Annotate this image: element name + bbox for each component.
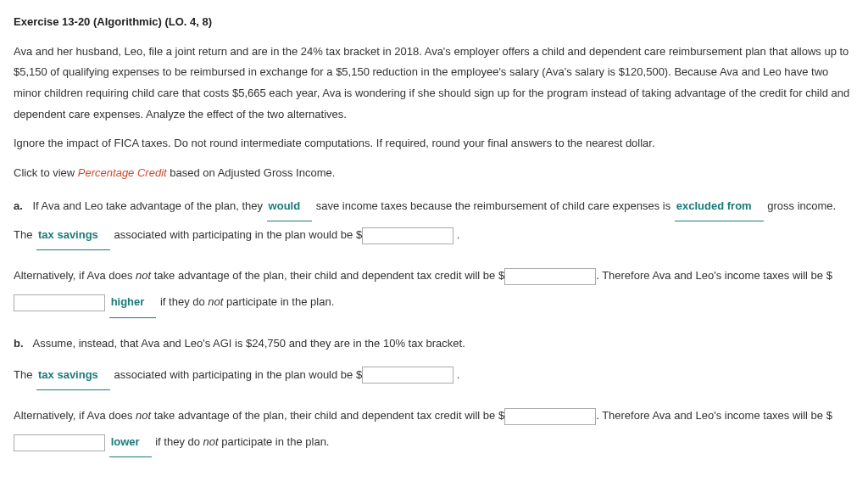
b-s2-not: not xyxy=(136,409,151,422)
b-s2-end: participate in the plan. xyxy=(219,435,330,448)
a-s2-end: participate in the plan. xyxy=(223,295,334,308)
b-s2-mid3: if they do xyxy=(155,435,203,448)
click-post: based on Adjusted Gross Income. xyxy=(167,166,336,179)
a-s1-pre: If Ava and Leo take advantage of the pla… xyxy=(32,199,265,212)
dropdown-higher[interactable]: higher xyxy=(109,288,157,317)
input-b-tax-savings[interactable] xyxy=(362,367,453,384)
input-b-taxdiff[interactable] xyxy=(14,434,105,451)
a-s1-mid3: associated with participating in the pla… xyxy=(114,228,355,241)
click-pre: Click to view xyxy=(14,166,78,179)
dropdown-would[interactable]: would xyxy=(267,193,313,221)
a-s2-mid3: if they do xyxy=(160,295,208,308)
part-a-sentence1: a. If Ava and Leo take advantage of the … xyxy=(14,193,854,250)
a-s1-end: . xyxy=(457,228,460,241)
b-s2-pre: Alternatively, if Ava does xyxy=(14,409,136,422)
b-intro-text: Assume, instead, that Ava and Leo's AGI … xyxy=(32,337,465,350)
dollar-sign: $ xyxy=(356,228,362,241)
dollar-sign: $ xyxy=(826,409,832,422)
b-s1-pre: The xyxy=(14,368,36,381)
part-a-label: a. xyxy=(14,199,23,212)
part-b-intro: b. Assume, instead, that Ava and Leo's A… xyxy=(14,330,854,356)
input-b-credit[interactable] xyxy=(504,408,596,425)
dropdown-lower[interactable]: lower xyxy=(109,428,152,457)
part-b-label: b. xyxy=(14,337,24,350)
input-a-taxdiff[interactable] xyxy=(14,294,105,311)
intro-paragraph: Ava and her husband, Leo, file a joint r… xyxy=(14,42,854,126)
dropdown-excluded-from[interactable]: excluded from xyxy=(675,193,764,221)
a-s2-not2: not xyxy=(208,295,223,308)
dropdown-tax-savings-b[interactable]: tax savings xyxy=(36,361,110,390)
input-a-credit[interactable] xyxy=(504,268,596,285)
b-s2-not2: not xyxy=(203,435,219,448)
a-s2-pre: Alternatively, if Ava does xyxy=(14,269,136,282)
a-s2-mid2: . Therefore Ava and Leo's income taxes w… xyxy=(596,269,826,282)
part-b-sentence1: The tax savings associated with particip… xyxy=(14,361,854,390)
input-a-tax-savings[interactable] xyxy=(362,227,453,244)
b-s1-end: . xyxy=(457,368,460,381)
note-paragraph: Ignore the impact of FICA taxes. Do not … xyxy=(14,133,854,154)
b-s1-mid1: associated with participating in the pla… xyxy=(114,368,355,381)
exercise-title: Exercise 13-20 (Algorithmic) (LO. 4, 8) xyxy=(14,12,854,33)
percentage-credit-link[interactable]: Percentage Credit xyxy=(78,166,167,179)
dollar-sign: $ xyxy=(498,269,504,282)
a-s1-mid1: save income taxes because the reimbursem… xyxy=(316,199,674,212)
dropdown-tax-savings-a[interactable]: tax savings xyxy=(36,221,110,250)
a-s2-mid1: take advantage of the plan, their child … xyxy=(151,269,498,282)
dollar-sign: $ xyxy=(356,368,362,381)
dollar-sign: $ xyxy=(826,269,832,282)
part-a-sentence2: Alternatively, if Ava does not take adva… xyxy=(14,262,854,317)
b-s2-mid2: . Therefore Ava and Leo's income taxes w… xyxy=(596,409,826,422)
b-s2-mid1: take advantage of the plan, their child … xyxy=(151,409,498,422)
part-b-sentence2: Alternatively, if Ava does not take adva… xyxy=(14,402,854,457)
dollar-sign: $ xyxy=(498,409,504,422)
a-s2-not: not xyxy=(136,269,151,282)
click-row: Click to view Percentage Credit based on… xyxy=(14,163,854,184)
